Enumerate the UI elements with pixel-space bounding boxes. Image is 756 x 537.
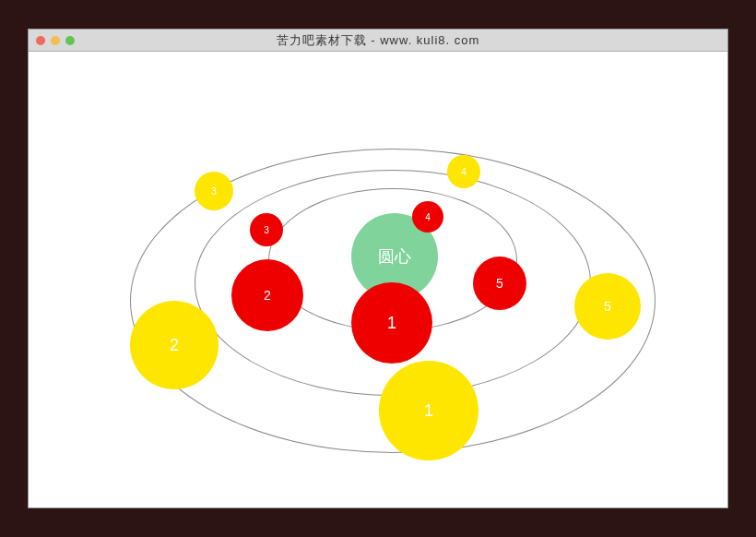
diagram-canvas: 12345圆心12345 xyxy=(29,52,727,507)
node-label: 4 xyxy=(461,167,467,177)
node-label: 1 xyxy=(424,401,433,421)
node-label: 2 xyxy=(170,336,179,355)
red-node[interactable]: 3 xyxy=(250,213,283,246)
red-node[interactable]: 4 xyxy=(412,201,443,233)
yellow-node[interactable]: 1 xyxy=(379,361,478,460)
traffic-lights xyxy=(36,36,75,45)
minimize-icon[interactable] xyxy=(51,36,60,45)
node-label: 5 xyxy=(604,299,611,314)
app-window: 苦力吧素材下载 - www. kuli8. com 12345圆心12345 xyxy=(28,29,728,508)
yellow-node[interactable]: 2 xyxy=(130,301,219,389)
yellow-node[interactable]: 4 xyxy=(447,155,480,188)
close-icon[interactable] xyxy=(36,36,45,45)
titlebar: 苦力吧素材下载 - www. kuli8. com xyxy=(29,30,727,52)
node-label: 2 xyxy=(264,288,271,303)
window-title: 苦力吧素材下载 - www. kuli8. com xyxy=(29,32,727,49)
yellow-node[interactable]: 5 xyxy=(574,273,641,340)
node-label: 3 xyxy=(264,225,269,235)
center-label: 圆心 xyxy=(378,245,411,268)
red-node[interactable]: 5 xyxy=(473,257,526,310)
node-label: 4 xyxy=(425,212,431,222)
node-label: 3 xyxy=(211,186,217,197)
maximize-icon[interactable] xyxy=(65,36,75,45)
node-label: 1 xyxy=(387,314,396,333)
node-label: 5 xyxy=(496,276,503,291)
red-node[interactable]: 1 xyxy=(351,282,432,364)
red-node[interactable]: 2 xyxy=(231,259,303,331)
yellow-node[interactable]: 3 xyxy=(195,172,233,210)
